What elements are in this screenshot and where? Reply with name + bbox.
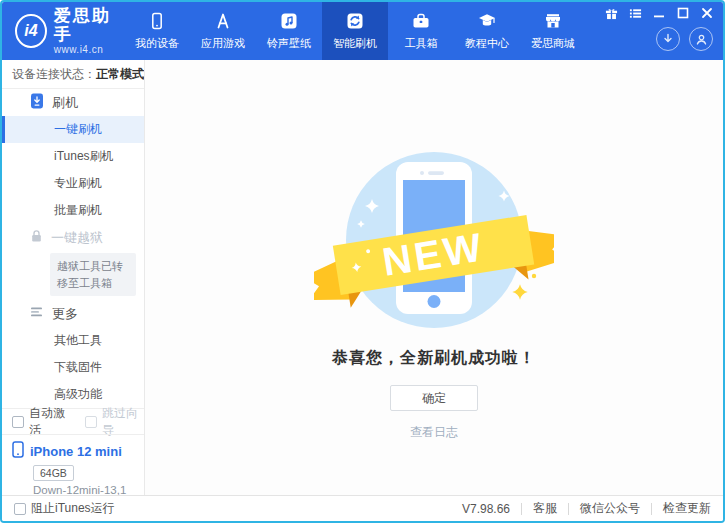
flash-options: 自动激活 跳过向导 <box>2 408 144 434</box>
connection-status-value: 正常模式 <box>96 66 144 83</box>
device-capacity-badge: 64GB <box>33 465 74 481</box>
main-content: NEW 恭喜您，全新刷机成功啦！ 确定 查看日志 <box>145 60 723 495</box>
toolbox-icon <box>411 11 431 31</box>
theme-gift-icon[interactable] <box>601 5 621 21</box>
header: i4 爱思助手 www.i4.cn 我的设备 应用游戏 <box>2 2 723 60</box>
tab-ringtones-wallpapers[interactable]: 铃声壁纸 <box>256 2 322 60</box>
view-log-link[interactable]: 查看日志 <box>410 424 458 441</box>
close-icon[interactable] <box>697 5 717 21</box>
sidebar-section-label: 刷机 <box>52 94 78 112</box>
my-device-icon <box>147 11 167 31</box>
app-logo: i4 爱思助手 www.i4.cn <box>2 2 124 60</box>
jailbreak-moved-note: 越狱工具已转移至工具箱 <box>50 253 136 296</box>
appstore-icon <box>213 11 233 31</box>
sidebar-item-batch-flash[interactable]: 批量刷机 <box>2 197 144 224</box>
sidebar-section-flash[interactable]: 刷机 <box>2 89 144 116</box>
flash-success-illustration: NEW <box>314 144 554 344</box>
tab-label: 智能刷机 <box>333 36 377 51</box>
sidebar-item-one-click-flash[interactable]: 一键刷机 <box>2 116 144 143</box>
window-controls <box>601 5 717 21</box>
sidebar-section-label: 更多 <box>52 305 78 323</box>
more-lines-icon <box>30 306 44 321</box>
check-update-link[interactable]: 检查更新 <box>663 500 711 517</box>
iphone-icon <box>12 441 24 461</box>
tab-tutorial-center[interactable]: 教程中心 <box>454 2 520 60</box>
device-firmware: Down-12mini-13,1 <box>33 484 134 495</box>
user-profile-icon[interactable] <box>689 27 713 51</box>
connected-device-panel[interactable]: iPhone 12 mini 64GB Down-12mini-13,1 <box>2 434 144 495</box>
tab-label: 教程中心 <box>465 36 509 51</box>
lock-icon <box>30 229 43 246</box>
device-name: iPhone 12 mini <box>30 444 122 459</box>
sidebar-item-other-tools[interactable]: 其他工具 <box>2 327 144 354</box>
app-window: i4 爱思助手 www.i4.cn 我的设备 应用游戏 <box>0 0 725 523</box>
checkbox-box <box>85 416 97 428</box>
app-subtitle: www.i4.cn <box>54 44 124 55</box>
tutorial-icon <box>477 11 497 31</box>
tab-smart-flash[interactable]: 智能刷机 <box>322 2 388 60</box>
confirm-button[interactable]: 确定 <box>390 385 478 411</box>
customer-service-link[interactable]: 客服 <box>533 500 557 517</box>
divider <box>521 503 522 515</box>
maximize-icon[interactable] <box>673 5 693 21</box>
sidebar-item-pro-flash[interactable]: 专业刷机 <box>2 170 144 197</box>
connection-status: 设备连接状态：正常模式 <box>2 60 144 89</box>
tab-apps-games[interactable]: 应用游戏 <box>190 2 256 60</box>
sidebar-item-download-firmware[interactable]: 下载固件 <box>2 354 144 381</box>
tab-label: 我的设备 <box>135 36 179 51</box>
version-label: V7.98.66 <box>462 502 510 516</box>
sidebar-section-label: 一键越狱 <box>51 229 103 247</box>
mall-icon <box>543 11 563 31</box>
checkbox-box[interactable] <box>12 416 24 428</box>
sidebar-section-jailbreak: 一键越狱 <box>2 224 144 251</box>
checkbox-box[interactable] <box>14 503 26 515</box>
tab-i4-mall[interactable]: 爱思商城 <box>520 2 586 60</box>
logo-i4-icon: i4 <box>15 14 47 48</box>
sidebar-item-itunes-flash[interactable]: iTunes刷机 <box>2 143 144 170</box>
download-manager-icon[interactable] <box>656 27 680 51</box>
main-nav: 我的设备 应用游戏 铃声壁纸 智能刷机 <box>124 2 586 60</box>
success-message: 恭喜您，全新刷机成功啦！ <box>332 348 536 369</box>
tab-label: 铃声壁纸 <box>267 36 311 51</box>
divider <box>568 503 569 515</box>
smart-flash-icon <box>345 11 365 31</box>
divider <box>651 503 652 515</box>
app-title: 爱思助手 <box>54 7 124 44</box>
tab-label: 应用游戏 <box>201 36 245 51</box>
minimize-icon[interactable] <box>649 5 669 21</box>
tab-label: 爱思商城 <box>531 36 575 51</box>
status-bar: 阻止iTunes运行 V7.98.66 客服 微信公众号 检查更新 <box>2 495 723 521</box>
connection-status-label: 设备连接状态： <box>12 66 96 83</box>
tab-toolbox[interactable]: 工具箱 <box>388 2 454 60</box>
block-itunes-checkbox[interactable]: 阻止iTunes运行 <box>14 500 115 517</box>
sidebar-section-more[interactable]: 更多 <box>2 300 144 327</box>
tab-label: 工具箱 <box>405 36 438 51</box>
sidebar: 设备连接状态：正常模式 刷机 一键刷机 iTunes刷机 专业刷机 批量刷机 一… <box>2 60 145 495</box>
checkbox-label: 阻止iTunes运行 <box>31 500 115 517</box>
ringtone-icon <box>279 11 299 31</box>
wechat-account-link[interactable]: 微信公众号 <box>580 500 640 517</box>
flash-phone-icon <box>30 93 44 112</box>
header-quick-actions <box>656 27 713 51</box>
menu-list-icon[interactable] <box>625 5 645 21</box>
tab-my-devices[interactable]: 我的设备 <box>124 2 190 60</box>
